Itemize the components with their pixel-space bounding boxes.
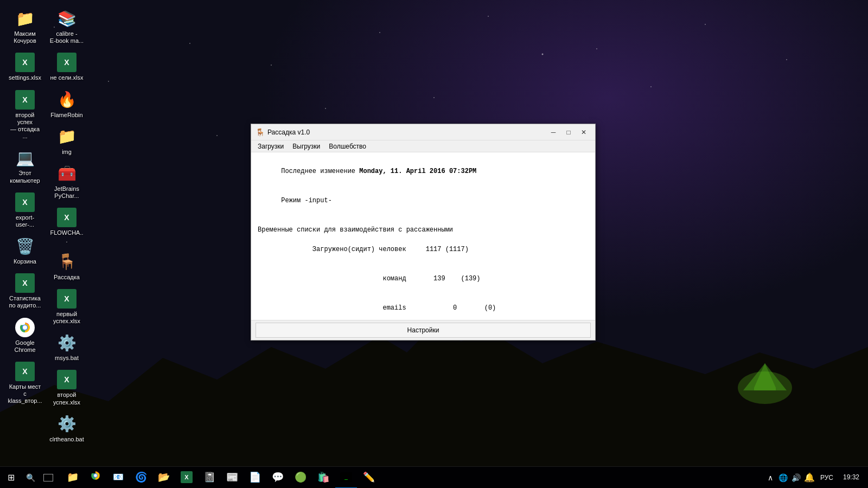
svg-point-3: [738, 371, 792, 404]
start-button[interactable]: ⊞: [0, 467, 22, 489]
desktop-icon-flamerobin[interactable]: 🔥 FlameRobin: [47, 87, 86, 121]
second-success-label: второй успех— отсадка ...: [8, 112, 42, 140]
emails-label: emails: [382, 304, 406, 312]
loaded-teams: команд: [382, 275, 406, 282]
emails-prev: (0): [484, 304, 496, 312]
window-menubar: Загрузки Выгрузки Волшебство: [251, 140, 595, 152]
desktop-icon-ne-seli[interactable]: X не сели.xlsx: [47, 49, 86, 84]
task-view-button[interactable]: [39, 467, 58, 489]
task-view-icon: [43, 474, 53, 481]
chrome-label: GoogleChrome: [14, 339, 35, 354]
jetbrains-label: JetBrainsPyChar...: [54, 185, 79, 200]
trash-icon: 🗑️: [14, 235, 36, 257]
desktop-icon-stats[interactable]: X Статистикапо аудито...: [5, 270, 44, 311]
flamerobin-icon: 🔥: [56, 89, 78, 111]
img-folder-icon: 📁: [56, 126, 78, 147]
taskbar-skype[interactable]: 💬: [267, 467, 289, 489]
taskbar-store[interactable]: 🛍️: [312, 467, 334, 489]
taskbar-powerpoint[interactable]: 📰: [221, 467, 243, 489]
systray-notifications-icon[interactable]: 🔔: [804, 467, 815, 489]
desktop-icon-clrtheano[interactable]: ⚙️ clrtheano.bat: [47, 411, 86, 445]
close-button[interactable]: ✕: [577, 127, 591, 138]
skype-icon: 💬: [272, 471, 284, 483]
desktop-icon-trash[interactable]: 🗑️ Корзина: [5, 233, 44, 267]
mode-line: Режим -input-: [258, 186, 589, 215]
rassadka-label: Рассадка: [54, 274, 80, 281]
maximize-button[interactable]: □: [561, 127, 576, 138]
settings-xlsx-label: settings.xlsx: [9, 74, 41, 81]
taskbar-chrome-icon: [90, 470, 101, 484]
taskbar-onenote[interactable]: 📓: [199, 467, 220, 489]
desktop-icon-img[interactable]: 📁 img: [47, 124, 86, 158]
desktop-icon-calibre[interactable]: 📚 calibre -E-book ma...: [47, 5, 86, 47]
window-content-area[interactable]: Последнее изменение Monday, 11. April 20…: [251, 152, 595, 320]
second-success2-label: второйуспех.xlsx: [53, 391, 80, 406]
loaded-people-prev: (1117): [445, 246, 469, 253]
flamerobin-label: FlameRobin: [50, 112, 82, 119]
loaded-label: Загружено(сидит): [312, 246, 375, 253]
taskbar-outlook[interactable]: 📧: [107, 467, 129, 489]
terminal-icon: _: [340, 472, 352, 482]
flowcha-label: FLOWCHA...: [49, 229, 84, 243]
taskbar-pen[interactable]: ✏️: [358, 467, 380, 489]
svg-point-10: [94, 474, 97, 477]
last-change-label: Последнее изменение: [281, 168, 355, 175]
taskbar-green-app[interactable]: 🟢: [290, 467, 311, 489]
desktop-icon-second-success[interactable]: X второй успех— отсадка ...: [5, 87, 44, 143]
systray-clock[interactable]: 19:32: [839, 473, 864, 482]
msys-icon: ⚙️: [56, 332, 78, 354]
stats-icon: X: [14, 272, 36, 294]
systray-network-icon[interactable]: 🌐: [778, 467, 789, 489]
desktop-icon-user-folder[interactable]: 📁 МаксимКочуров: [5, 5, 44, 47]
taskbar-word[interactable]: 📄: [244, 467, 266, 489]
user-folder-label: МаксимКочуров: [14, 30, 36, 44]
minimize-button[interactable]: ─: [546, 127, 560, 138]
calibre-label: calibre -E-book ma...: [50, 30, 84, 44]
systray-chevron[interactable]: ∧: [765, 467, 776, 489]
user-folder-icon: 📁: [14, 8, 36, 29]
pen-icon: ✏️: [363, 471, 375, 483]
taskbar-file-explorer[interactable]: 📁: [62, 467, 84, 489]
last-change-line: Последнее изменение Monday, 11. April 20…: [258, 157, 589, 186]
window-title: Рассадка v1.0: [267, 129, 546, 136]
desktop-icon-export-user[interactable]: X export-user-...: [5, 189, 44, 230]
desktop-icon-settings-xlsx[interactable]: X settings.xlsx: [5, 49, 44, 84]
systray-volume-icon[interactable]: 🔊: [791, 467, 802, 489]
file-explorer-icon: 📁: [67, 471, 79, 483]
taskbar-terminal[interactable]: _: [335, 467, 357, 489]
second-success-icon: X: [14, 89, 36, 111]
taskbar-excel[interactable]: X: [176, 467, 197, 489]
desktop-icon-msys[interactable]: ⚙️ msys.bat: [47, 330, 86, 364]
desktop-icon-flowcha[interactable]: X FLOWCHA...: [47, 204, 86, 246]
first-success-icon: X: [56, 288, 78, 310]
excel-taskbar-icon: X: [181, 471, 193, 483]
taskbar-explorer2[interactable]: 📂: [153, 467, 175, 489]
desktop-icon-maps[interactable]: X Карты мест сklass_втор...: [5, 358, 44, 407]
desktop-icon-jetbrains[interactable]: 🧰 JetBrainsPyChar...: [47, 160, 86, 202]
language-indicator[interactable]: РУС: [817, 474, 837, 481]
loaded-people-line: Загружено(сидит) человек 1117 (1117): [258, 235, 589, 264]
desktop-icon-first-success[interactable]: X первыйуспех.xlsx: [47, 286, 86, 327]
menu-downloads[interactable]: Загрузки: [253, 142, 288, 151]
this-computer-label: Этоткомпьютер: [10, 170, 40, 184]
last-change-value: Monday, 11. April 2016 07:32PM: [359, 168, 476, 175]
taskbar-pinned-items: 📁 📧 🌀 📂 X 📓 📰 📄 💬 🟢 🛍️ _ ✏️: [62, 467, 380, 489]
clrtheano-label: clrtheano.bat: [49, 436, 84, 443]
search-button[interactable]: 🔍: [22, 467, 39, 489]
menu-uploads[interactable]: Выгрузки: [288, 142, 324, 151]
desktop-icon-this-computer[interactable]: 💻 Этоткомпьютер: [5, 145, 44, 186]
taskbar-edge[interactable]: 🌀: [130, 467, 152, 489]
loaded-people: человек: [379, 246, 406, 253]
svg-point-7: [23, 325, 27, 330]
export-user-icon: X: [14, 191, 36, 213]
explorer2-icon: 📂: [158, 471, 170, 483]
desktop-icon-second-success2[interactable]: X второйуспех.xlsx: [47, 367, 86, 408]
taskbar-chrome[interactable]: [85, 467, 106, 489]
export-user-label: export-user-...: [8, 214, 42, 228]
word-icon: 📄: [249, 471, 261, 483]
settings-button[interactable]: Настройки: [256, 323, 591, 338]
desktop-icon-chrome[interactable]: GoogleChrome: [5, 314, 44, 356]
menu-magic[interactable]: Волшебство: [324, 142, 371, 151]
emails-val: 0: [453, 304, 457, 312]
desktop-icon-rassadka[interactable]: 🪑 Рассадка: [47, 249, 86, 283]
